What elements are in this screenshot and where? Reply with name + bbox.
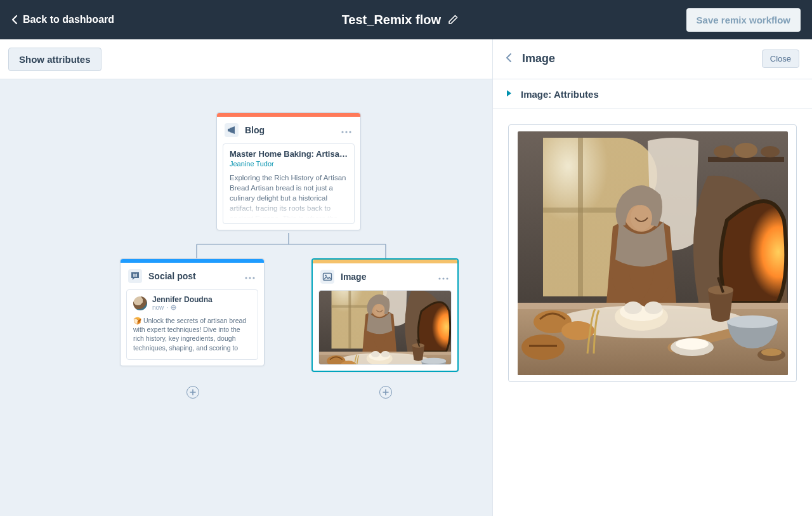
image-card-body (318, 290, 452, 365)
node-header: Image (313, 263, 457, 290)
add-child-button[interactable] (379, 386, 392, 399)
flow-canvas[interactable]: Blog Master Home Baking: Artisan Br... J… (0, 79, 492, 516)
back-to-dashboard-link[interactable]: Back to dashboard (11, 14, 114, 25)
ellipsis-icon (438, 277, 449, 280)
node-blog[interactable]: Blog Master Home Baking: Artisan Br... J… (216, 112, 361, 230)
chevron-left-icon (506, 53, 512, 63)
node-header: Social post (121, 263, 264, 289)
node-social-post[interactable]: Social post Jennifer Doudna now · (120, 258, 265, 366)
node-menu-button[interactable] (244, 269, 256, 283)
svg-point-36 (442, 277, 444, 279)
chevron-left-icon (11, 15, 18, 25)
avatar (133, 296, 147, 310)
image-thumbnail (319, 291, 451, 364)
panel-section-title: Image: Attributes (521, 89, 599, 100)
node-label: Social post (148, 271, 237, 281)
panel-back-button[interactable] (506, 53, 512, 65)
canvas-area: Show attributes Blog (0, 39, 492, 516)
svg-point-34 (325, 275, 327, 277)
blog-author: Jeanine Tudor (230, 160, 348, 168)
social-body-text: 🍞 Unlock the secrets of artisan bread wi… (133, 316, 251, 354)
social-meta: now · (152, 304, 213, 311)
blog-excerpt: Exploring the Rich History of Artisan Br… (230, 173, 348, 218)
panel-header: Image Close (493, 39, 812, 79)
social-user-row: Jennifer Doudna now · (133, 295, 251, 311)
save-workflow-button[interactable]: Save remix workflow (686, 8, 801, 32)
image-preview (518, 131, 788, 375)
svg-point-30 (249, 277, 251, 279)
image-icon (320, 270, 334, 284)
social-time: now (152, 304, 164, 311)
back-label: Back to dashboard (23, 14, 114, 25)
edit-icon[interactable] (447, 14, 459, 25)
megaphone-icon (225, 123, 239, 137)
canvas-toolbar: Show attributes (0, 39, 492, 79)
ellipsis-icon (245, 277, 255, 279)
image-preview-frame (508, 124, 797, 382)
node-menu-button[interactable] (437, 270, 450, 284)
svg-point-29 (245, 277, 247, 279)
svg-point-37 (446, 277, 448, 279)
close-button[interactable]: Close (762, 50, 799, 68)
svg-point-26 (341, 131, 343, 133)
workflow-title: Test_Remix flow (342, 13, 459, 27)
top-bar: Back to dashboard Test_Remix flow Save r… (0, 0, 812, 39)
blog-card-body: Master Home Baking: Artisan Br... Jeanin… (223, 143, 355, 224)
social-card-body: Jennifer Doudna now · 🍞 Unlock the secre… (126, 289, 258, 360)
node-label: Blog (245, 125, 334, 135)
svg-point-28 (349, 131, 351, 133)
svg-point-31 (252, 277, 254, 279)
comment-hash-icon (128, 269, 142, 283)
workspace: Show attributes Blog (0, 39, 812, 516)
svg-point-27 (345, 131, 347, 133)
node-menu-button[interactable] (340, 123, 353, 137)
add-child-button[interactable] (187, 386, 199, 399)
ellipsis-icon (341, 131, 351, 133)
show-attributes-button[interactable]: Show attributes (8, 48, 102, 71)
workflow-title-text: Test_Remix flow (342, 13, 441, 27)
node-label: Image (341, 272, 431, 282)
panel-title: Image (522, 52, 752, 65)
social-user-name: Jennifer Doudna (152, 295, 213, 304)
node-image[interactable]: Image (311, 258, 459, 372)
svg-point-35 (438, 277, 440, 279)
panel-body (493, 109, 812, 397)
blog-title: Master Home Baking: Artisan Br... (230, 149, 348, 159)
details-panel: Image Close Image: Attributes (492, 39, 812, 516)
node-header: Blog (217, 117, 360, 143)
globe-icon (171, 305, 176, 310)
caret-right-icon (506, 88, 512, 100)
panel-section-header[interactable]: Image: Attributes (493, 79, 812, 109)
